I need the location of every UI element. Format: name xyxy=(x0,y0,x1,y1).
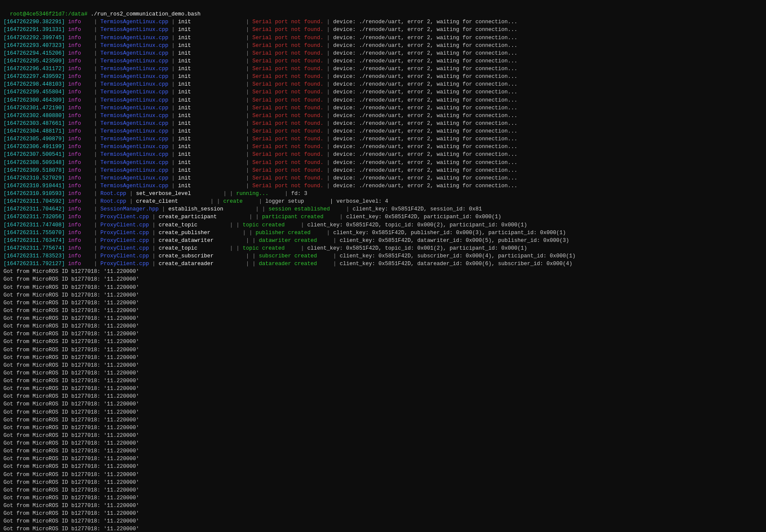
got-line: Got from MicroROS ID b1277018: '11.22000… xyxy=(3,346,763,354)
got-line: Got from MicroROS ID b1277018: '11.22000… xyxy=(3,369,763,377)
got-line: Got from MicroROS ID b1277018: '11.22000… xyxy=(3,463,763,470)
special-line: [1647262310.910593] info | Root.cpp | se… xyxy=(3,190,763,198)
got-line: Got from MicroROS ID b1277018: '11.22000… xyxy=(3,393,763,400)
got-line: Got from MicroROS ID b1277018: '11.22000… xyxy=(3,322,763,330)
got-line: Got from MicroROS ID b1277018: '11.22000… xyxy=(3,400,763,408)
serial-line: [1647262303.487661] info | TermiosAgentL… xyxy=(3,120,763,127)
got-line: Got from MicroROS ID b1277018: '11.22000… xyxy=(3,275,763,283)
got-line: Got from MicroROS ID b1277018: '11.22000… xyxy=(3,408,763,416)
got-line: Got from MicroROS ID b1277018: '11.22000… xyxy=(3,268,763,275)
got-line: Got from MicroROS ID b1277018: '11.22000… xyxy=(3,447,763,455)
got-line: Got from MicroROS ID b1277018: '11.22000… xyxy=(3,494,763,502)
special-line: [1647262311.704592] info | Root.cpp | cr… xyxy=(3,198,763,205)
serial-line: [1647262305.490879] info | TermiosAgentL… xyxy=(3,135,763,143)
serial-output: [1647262290.382291] info | TermiosAgentL… xyxy=(3,18,763,190)
got-line: Got from MicroROS ID b1277018: '11.22000… xyxy=(3,502,763,510)
serial-line: [1647262307.500541] info | TermiosAgentL… xyxy=(3,151,763,158)
got-line: Got from MicroROS ID b1277018: '11.22000… xyxy=(3,525,763,532)
special-line: [1647262311.792127] info | ProxyClient.c… xyxy=(3,260,763,268)
serial-line: [1647262293.407323] info | TermiosAgentL… xyxy=(3,42,763,49)
got-line: Got from MicroROS ID b1277018: '11.22000… xyxy=(3,377,763,385)
command: ./run_ros2_communication_demo.bash xyxy=(87,11,201,17)
special-line: [1647262311.763474] info | ProxyClient.c… xyxy=(3,237,763,244)
serial-line: [1647262300.464309] info | TermiosAgentL… xyxy=(3,96,763,104)
got-line: Got from MicroROS ID b1277018: '11.22000… xyxy=(3,338,763,346)
got-line: Got from MicroROS ID b1277018: '11.22000… xyxy=(3,299,763,307)
got-line: Got from MicroROS ID b1277018: '11.22000… xyxy=(3,471,763,479)
special-line: [1647262311.783523] info | ProxyClient.c… xyxy=(3,252,763,260)
serial-line: [1647262291.391331] info | TermiosAgentL… xyxy=(3,26,763,34)
serial-line: [1647262290.382291] info | TermiosAgentL… xyxy=(3,18,763,26)
got-line: Got from MicroROS ID b1277018: '11.22000… xyxy=(3,486,763,494)
got-line: Got from MicroROS ID b1277018: '11.22000… xyxy=(3,315,763,322)
serial-line: [1647262302.480880] info | TermiosAgentL… xyxy=(3,112,763,120)
serial-line: [1647262304.488171] info | TermiosAgentL… xyxy=(3,127,763,135)
serial-line: [1647262310.910441] info | TermiosAgentL… xyxy=(3,182,763,190)
got-line: Got from MicroROS ID b1277018: '11.22000… xyxy=(3,424,763,432)
serial-line: [1647262298.448103] info | TermiosAgentL… xyxy=(3,80,763,88)
got-line: Got from MicroROS ID b1277018: '11.22000… xyxy=(3,517,763,525)
got-line: Got from MicroROS ID b1277018: '11.22000… xyxy=(3,432,763,439)
prompt: root@4ce5346f21d7:/data# xyxy=(10,11,87,17)
got-line: Got from MicroROS ID b1277018: '11.22000… xyxy=(3,284,763,291)
terminal-output: root@4ce5346f21d7:/data# ./run_ros2_comm… xyxy=(3,3,763,18)
special-line: [1647262311.775674] info | ProxyClient.c… xyxy=(3,244,763,252)
special-line: [1647262311.747408] info | ProxyClient.c… xyxy=(3,221,763,229)
serial-line: [1647262309.518078] info | TermiosAgentL… xyxy=(3,167,763,174)
special-line: [1647262311.732056] info | ProxyClient.c… xyxy=(3,213,763,221)
got-line: Got from MicroROS ID b1277018: '11.22000… xyxy=(3,291,763,299)
serial-line: [1647262306.491199] info | TermiosAgentL… xyxy=(3,143,763,151)
serial-line: [1647262301.472190] info | TermiosAgentL… xyxy=(3,104,763,112)
serial-line: [1647262297.439592] info | TermiosAgentL… xyxy=(3,73,763,80)
got-line: Got from MicroROS ID b1277018: '11.22000… xyxy=(3,439,763,447)
got-line: Got from MicroROS ID b1277018: '11.22000… xyxy=(3,455,763,463)
got-line: Got from MicroROS ID b1277018: '11.22000… xyxy=(3,385,763,393)
serial-line: [1647262299.455804] info | TermiosAgentL… xyxy=(3,88,763,96)
special-output: [1647262310.910593] info | Root.cpp | se… xyxy=(3,190,763,268)
got-line: Got from MicroROS ID b1277018: '11.22000… xyxy=(3,510,763,517)
got-output: Got from MicroROS ID b1277018: '11.22000… xyxy=(3,268,763,532)
serial-line: [1647262295.423509] info | TermiosAgentL… xyxy=(3,57,763,65)
special-line: [1647262311.755070] info | ProxyClient.c… xyxy=(3,229,763,237)
serial-line: [1647262310.527029] info | TermiosAgentL… xyxy=(3,174,763,182)
got-line: Got from MicroROS ID b1277018: '11.22000… xyxy=(3,362,763,369)
got-line: Got from MicroROS ID b1277018: '11.22000… xyxy=(3,479,763,486)
serial-line: [1647262292.399745] info | TermiosAgentL… xyxy=(3,34,763,42)
special-line: [1647262311.704642] info | SessionManage… xyxy=(3,205,763,213)
serial-line: [1647262296.431172] info | TermiosAgentL… xyxy=(3,65,763,73)
got-line: Got from MicroROS ID b1277018: '11.22000… xyxy=(3,354,763,362)
got-line: Got from MicroROS ID b1277018: '11.22000… xyxy=(3,416,763,424)
serial-line: [1647262294.415206] info | TermiosAgentL… xyxy=(3,49,763,57)
serial-line: [1647262308.509348] info | TermiosAgentL… xyxy=(3,159,763,167)
got-line: Got from MicroROS ID b1277018: '11.22000… xyxy=(3,330,763,338)
got-line: Got from MicroROS ID b1277018: '11.22000… xyxy=(3,307,763,315)
